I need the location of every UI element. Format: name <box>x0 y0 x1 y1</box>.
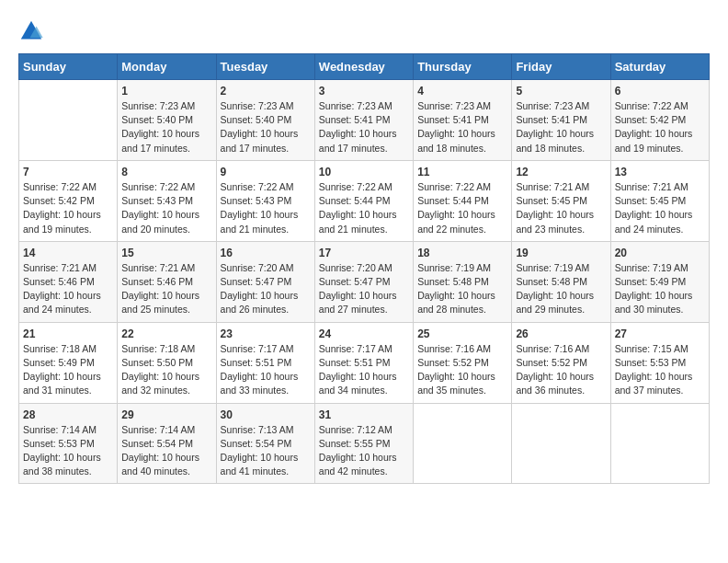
calendar-cell: 14Sunrise: 7:21 AMSunset: 5:46 PMDayligh… <box>19 241 118 322</box>
day-number: 20 <box>615 247 705 259</box>
day-number: 15 <box>121 247 211 259</box>
calendar-cell: 8Sunrise: 7:22 AMSunset: 5:43 PMDaylight… <box>118 160 216 241</box>
week-row-1: 1Sunrise: 7:23 AMSunset: 5:40 PMDaylight… <box>19 80 710 161</box>
week-row-4: 21Sunrise: 7:18 AMSunset: 5:49 PMDayligh… <box>19 322 710 403</box>
day-header-thursday: Thursday <box>414 54 512 80</box>
cell-content: Sunrise: 7:15 AMSunset: 5:53 PMDaylight:… <box>615 342 705 398</box>
calendar-cell <box>610 403 709 484</box>
calendar-cell <box>414 403 512 484</box>
cell-content: Sunrise: 7:14 AMSunset: 5:53 PMDaylight:… <box>23 423 113 479</box>
day-number: 19 <box>516 247 606 259</box>
calendar-cell: 26Sunrise: 7:16 AMSunset: 5:52 PMDayligh… <box>512 322 610 403</box>
cell-content: Sunrise: 7:17 AMSunset: 5:51 PMDaylight:… <box>221 342 311 398</box>
day-number: 6 <box>615 85 705 98</box>
cell-content: Sunrise: 7:16 AMSunset: 5:52 PMDaylight:… <box>417 342 507 398</box>
day-number: 31 <box>319 408 409 421</box>
calendar-cell: 21Sunrise: 7:18 AMSunset: 5:49 PMDayligh… <box>19 322 118 403</box>
week-row-5: 28Sunrise: 7:14 AMSunset: 5:53 PMDayligh… <box>19 403 710 484</box>
cell-content: Sunrise: 7:22 AMSunset: 5:43 PMDaylight:… <box>121 180 211 236</box>
day-number: 29 <box>121 408 211 421</box>
cell-content: Sunrise: 7:13 AMSunset: 5:54 PMDaylight:… <box>221 423 311 479</box>
day-number: 22 <box>121 327 211 340</box>
day-number: 4 <box>417 85 507 98</box>
calendar-cell: 18Sunrise: 7:19 AMSunset: 5:48 PMDayligh… <box>414 241 512 322</box>
day-number: 12 <box>516 166 606 178</box>
header <box>18 18 710 44</box>
day-header-friday: Friday <box>512 54 610 80</box>
calendar-cell: 29Sunrise: 7:14 AMSunset: 5:54 PMDayligh… <box>118 403 216 484</box>
calendar-cell: 3Sunrise: 7:23 AMSunset: 5:41 PMDaylight… <box>314 80 413 161</box>
day-number: 17 <box>319 247 409 259</box>
cell-content: Sunrise: 7:19 AMSunset: 5:49 PMDaylight:… <box>615 261 705 317</box>
day-number: 10 <box>319 166 409 178</box>
calendar-cell: 9Sunrise: 7:22 AMSunset: 5:43 PMDaylight… <box>216 160 314 241</box>
calendar-cell: 13Sunrise: 7:21 AMSunset: 5:45 PMDayligh… <box>610 160 709 241</box>
cell-content: Sunrise: 7:21 AMSunset: 5:46 PMDaylight:… <box>23 261 113 317</box>
cell-content: Sunrise: 7:23 AMSunset: 5:41 PMDaylight:… <box>516 99 606 155</box>
day-number: 11 <box>417 166 507 178</box>
calendar-cell: 6Sunrise: 7:22 AMSunset: 5:42 PMDaylight… <box>610 80 709 161</box>
cell-content: Sunrise: 7:20 AMSunset: 5:47 PMDaylight:… <box>221 261 311 317</box>
calendar-cell: 22Sunrise: 7:18 AMSunset: 5:50 PMDayligh… <box>118 322 216 403</box>
day-number: 24 <box>319 327 409 340</box>
cell-content: Sunrise: 7:21 AMSunset: 5:46 PMDaylight:… <box>121 261 211 317</box>
day-number: 5 <box>516 85 606 98</box>
day-header-sunday: Sunday <box>19 54 118 80</box>
day-header-wednesday: Wednesday <box>314 54 413 80</box>
calendar-cell <box>19 80 118 161</box>
calendar-cell: 16Sunrise: 7:20 AMSunset: 5:47 PMDayligh… <box>216 241 314 322</box>
calendar-cell <box>512 403 610 484</box>
day-number: 7 <box>23 166 113 178</box>
calendar-cell: 31Sunrise: 7:12 AMSunset: 5:55 PMDayligh… <box>314 403 413 484</box>
cell-content: Sunrise: 7:17 AMSunset: 5:51 PMDaylight:… <box>319 342 409 398</box>
day-number: 14 <box>23 247 113 259</box>
calendar-cell: 10Sunrise: 7:22 AMSunset: 5:44 PMDayligh… <box>314 160 413 241</box>
calendar-cell: 27Sunrise: 7:15 AMSunset: 5:53 PMDayligh… <box>610 322 709 403</box>
calendar-cell: 20Sunrise: 7:19 AMSunset: 5:49 PMDayligh… <box>610 241 709 322</box>
day-number: 13 <box>615 166 705 178</box>
calendar-cell: 15Sunrise: 7:21 AMSunset: 5:46 PMDayligh… <box>118 241 216 322</box>
cell-content: Sunrise: 7:21 AMSunset: 5:45 PMDaylight:… <box>516 180 606 236</box>
cell-content: Sunrise: 7:23 AMSunset: 5:41 PMDaylight:… <box>417 99 507 155</box>
calendar-cell: 19Sunrise: 7:19 AMSunset: 5:48 PMDayligh… <box>512 241 610 322</box>
day-number: 23 <box>221 327 311 340</box>
day-number: 1 <box>121 85 211 98</box>
cell-content: Sunrise: 7:20 AMSunset: 5:47 PMDaylight:… <box>319 261 409 317</box>
calendar-table: SundayMondayTuesdayWednesdayThursdayFrid… <box>18 53 710 484</box>
calendar-cell: 28Sunrise: 7:14 AMSunset: 5:53 PMDayligh… <box>19 403 118 484</box>
day-number: 26 <box>516 327 606 340</box>
day-header-tuesday: Tuesday <box>216 54 314 80</box>
week-row-2: 7Sunrise: 7:22 AMSunset: 5:42 PMDaylight… <box>19 160 710 241</box>
calendar-cell: 25Sunrise: 7:16 AMSunset: 5:52 PMDayligh… <box>414 322 512 403</box>
day-number: 2 <box>221 85 311 98</box>
calendar-cell: 23Sunrise: 7:17 AMSunset: 5:51 PMDayligh… <box>216 322 314 403</box>
calendar-cell: 30Sunrise: 7:13 AMSunset: 5:54 PMDayligh… <box>216 403 314 484</box>
cell-content: Sunrise: 7:23 AMSunset: 5:40 PMDaylight:… <box>221 99 311 155</box>
cell-content: Sunrise: 7:18 AMSunset: 5:49 PMDaylight:… <box>23 342 113 398</box>
cell-content: Sunrise: 7:19 AMSunset: 5:48 PMDaylight:… <box>516 261 606 317</box>
day-number: 27 <box>615 327 705 340</box>
cell-content: Sunrise: 7:12 AMSunset: 5:55 PMDaylight:… <box>319 423 409 479</box>
cell-content: Sunrise: 7:22 AMSunset: 5:44 PMDaylight:… <box>319 180 409 236</box>
cell-content: Sunrise: 7:21 AMSunset: 5:45 PMDaylight:… <box>615 180 705 236</box>
calendar-cell: 12Sunrise: 7:21 AMSunset: 5:45 PMDayligh… <box>512 160 610 241</box>
day-number: 30 <box>221 408 311 421</box>
calendar-cell: 5Sunrise: 7:23 AMSunset: 5:41 PMDaylight… <box>512 80 610 161</box>
day-number: 28 <box>23 408 113 421</box>
day-header-saturday: Saturday <box>610 54 709 80</box>
week-row-3: 14Sunrise: 7:21 AMSunset: 5:46 PMDayligh… <box>19 241 710 322</box>
cell-content: Sunrise: 7:18 AMSunset: 5:50 PMDaylight:… <box>121 342 211 398</box>
calendar-cell: 4Sunrise: 7:23 AMSunset: 5:41 PMDaylight… <box>414 80 512 161</box>
cell-content: Sunrise: 7:22 AMSunset: 5:43 PMDaylight:… <box>221 180 311 236</box>
day-header-monday: Monday <box>118 54 216 80</box>
day-number: 9 <box>221 166 311 178</box>
calendar-cell: 2Sunrise: 7:23 AMSunset: 5:40 PMDaylight… <box>216 80 314 161</box>
cell-content: Sunrise: 7:16 AMSunset: 5:52 PMDaylight:… <box>516 342 606 398</box>
cell-content: Sunrise: 7:22 AMSunset: 5:42 PMDaylight:… <box>615 99 705 155</box>
day-number: 18 <box>417 247 507 259</box>
calendar-cell: 24Sunrise: 7:17 AMSunset: 5:51 PMDayligh… <box>314 322 413 403</box>
day-number: 16 <box>221 247 311 259</box>
day-number: 8 <box>121 166 211 178</box>
cell-content: Sunrise: 7:22 AMSunset: 5:42 PMDaylight:… <box>23 180 113 236</box>
cell-content: Sunrise: 7:23 AMSunset: 5:40 PMDaylight:… <box>121 99 211 155</box>
